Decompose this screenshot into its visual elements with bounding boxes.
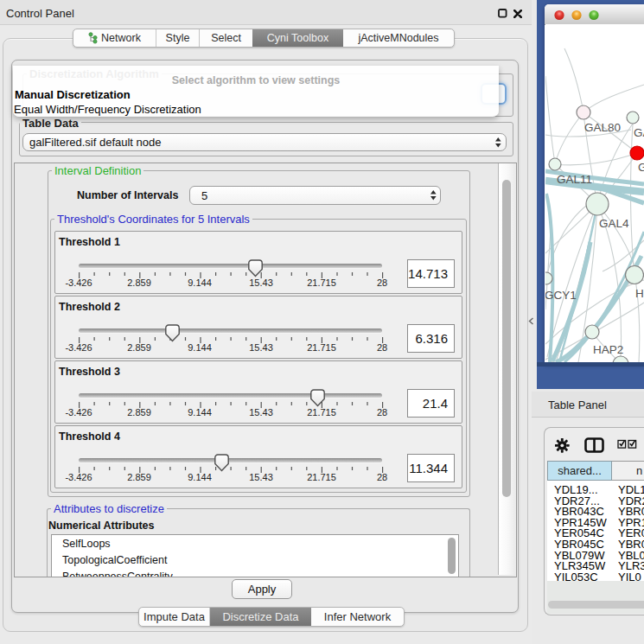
svg-text:GAL11: GAL11 xyxy=(557,173,592,186)
svg-text:GCY1: GCY1 xyxy=(545,289,577,302)
svg-text:HAP2: HAP2 xyxy=(593,343,623,356)
svg-text:GAL80: GAL80 xyxy=(584,121,621,134)
svg-text:GAL4: GAL4 xyxy=(599,217,629,230)
svg-text:G: G xyxy=(638,161,644,174)
svg-text:GA: GA xyxy=(634,126,644,139)
svg-text:H: H xyxy=(635,287,644,300)
